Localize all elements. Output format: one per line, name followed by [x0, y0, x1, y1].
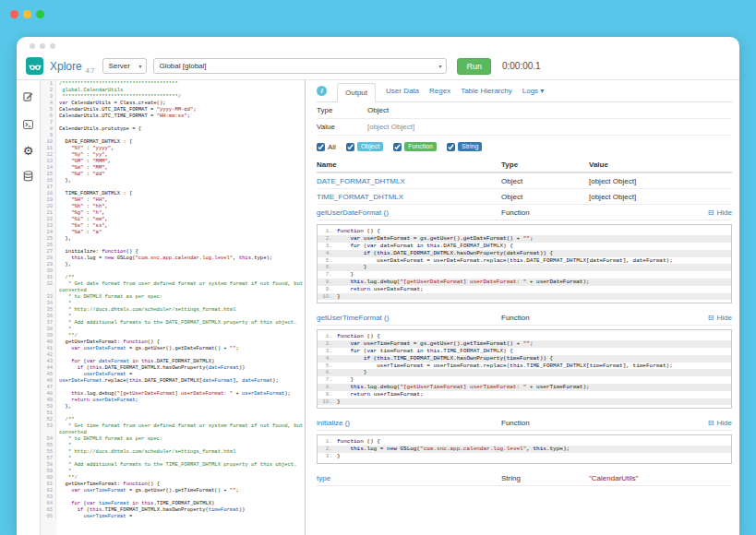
code-line[interactable]: 18 TIME_FORMAT_DHTMLX : {	[41, 190, 305, 196]
tab-user-data[interactable]: User Data	[386, 87, 419, 95]
result-name-link[interactable]: getUserTimeFormat ()	[317, 314, 389, 322]
code-line[interactable]: 64 for (var timeFormat in this.TIME_FORM…	[41, 500, 305, 506]
inner-minimize-button[interactable]	[40, 43, 45, 49]
filter-checkbox-all[interactable]	[317, 143, 325, 151]
info-icon[interactable]: i	[317, 86, 327, 96]
code-line[interactable]: 1/**************************************	[41, 80, 305, 87]
hide-toggle[interactable]: ⊟Hide	[708, 419, 732, 427]
code-line[interactable]: 32 * Get date format from user defined f…	[41, 280, 305, 293]
filter-string[interactable]: String	[447, 142, 482, 151]
inner-zoom-button[interactable]	[50, 43, 55, 49]
code-line[interactable]: 35 * http://docs.dhtmlx.com/scheduler/se…	[41, 306, 305, 313]
zoom-button[interactable]	[36, 10, 44, 18]
code-line[interactable]: 55 *	[41, 442, 305, 448]
code-line[interactable]: 17	[41, 184, 305, 190]
code-line[interactable]: 19 "%H" : "HH",	[41, 196, 305, 203]
code-line[interactable]: 37 * Add additional formats to the DATE_…	[41, 319, 305, 326]
code-line[interactable]: 51	[41, 410, 305, 416]
code-line[interactable]: 28 this.log = new GSLog("com.snc.app.cal…	[41, 255, 305, 261]
code-line[interactable]: 46userDateFormat.replace(this.DATE_FORMA…	[41, 377, 305, 384]
code-line[interactable]: 11 "%Y" : "yyyy",	[41, 145, 305, 151]
code-line[interactable]: 13 "%M" : "MMM",	[41, 158, 305, 164]
result-name-link[interactable]: TIME_FORMAT_DHTMLX	[317, 193, 403, 201]
code-line[interactable]: 8CalendarUtils.prototype = {	[41, 125, 305, 132]
database-icon[interactable]	[23, 170, 33, 184]
code-line[interactable]: 40 getUserDateFormat: function() {	[41, 339, 305, 345]
code-line[interactable]: 22 "%i" : "mm",	[41, 216, 305, 222]
code-line[interactable]: 49 return userDateFormat;	[41, 397, 305, 403]
code-line[interactable]: 25 },	[41, 235, 305, 242]
filter-all[interactable]: All	[317, 143, 336, 151]
code-line[interactable]: 16 },	[41, 177, 305, 184]
filter-object[interactable]: Object	[346, 142, 383, 151]
code-line[interactable]: 66 userTimeFormat =	[41, 513, 305, 519]
code-line[interactable]: 44 if (this.DATE_FORMAT_DHTMLX.hasOwnPro…	[41, 364, 305, 371]
code-line[interactable]: 34 *	[41, 300, 305, 306]
run-button[interactable]: Run	[457, 58, 491, 75]
code-line[interactable]: 9	[41, 132, 305, 138]
hide-toggle[interactable]: ⊟Hide	[708, 314, 732, 322]
code-line[interactable]: 10 DATE_FORMAT_DHTMLX : {	[41, 138, 305, 145]
code-line[interactable]: 62 var userTimeFormat = gs.getUser().get…	[41, 487, 305, 493]
minimize-button[interactable]	[23, 10, 31, 18]
code-line[interactable]: 43 for (var dateFormat in this.DATE_FORM…	[41, 358, 305, 364]
code-line[interactable]: 2 global.CalendarUtils	[41, 87, 305, 93]
script-icon[interactable]	[23, 89, 33, 104]
code-editor[interactable]: 1/**************************************…	[41, 80, 306, 535]
tab-logs[interactable]: Logs ▾	[522, 87, 545, 95]
inner-close-button[interactable]	[30, 43, 35, 49]
code-line[interactable]: 53 * Get time format from user defined f…	[41, 422, 305, 435]
result-name-link[interactable]: type	[317, 474, 330, 482]
filter-checkbox-string[interactable]	[447, 143, 455, 151]
code-line[interactable]: 38 *	[41, 326, 305, 332]
code-line[interactable]: 57 *	[41, 455, 305, 461]
filter-function[interactable]: Function	[393, 142, 437, 151]
code-line[interactable]: 50 },	[41, 403, 305, 410]
code-line[interactable]: 59 *	[41, 468, 305, 474]
code-line[interactable]: 48 this.log.debug("[getUserDateFormat] u…	[41, 390, 305, 397]
code-line[interactable]: 29 },	[41, 261, 305, 268]
scope-select[interactable]: Global [global] ▾	[153, 58, 447, 74]
code-line[interactable]: 56 * http://docs.dhtmlx.com/scheduler/se…	[41, 448, 305, 455]
code-line[interactable]: 15 "%d" : "dd"	[41, 171, 305, 177]
code-line[interactable]: 24 "%a" : "a"	[41, 229, 305, 235]
code-line[interactable]: 23 "%s" : "ss",	[41, 222, 305, 229]
code-line[interactable]: 54 * to DHTMLX format as per spec:	[41, 435, 305, 442]
result-name-link[interactable]: DATE_FORMAT_DHTMLX	[317, 177, 405, 185]
tab-table-hierarchy[interactable]: Table Hierarchy	[461, 87, 512, 95]
code-line[interactable]: 5CalendarUtils.UTC_DATE_FORMAT = "yyyy-M…	[41, 106, 305, 113]
terminal-icon[interactable]	[23, 117, 33, 132]
code-line[interactable]: 33 * to DHTMLX format as per spec:	[41, 293, 305, 300]
gear-icon[interactable]: ⚙	[23, 145, 34, 157]
code-line[interactable]: 21 "%g" : "h",	[41, 209, 305, 216]
tab-output[interactable]: Output	[337, 83, 376, 102]
code-line[interactable]: 31 /**	[41, 274, 305, 280]
code-line[interactable]: 42	[41, 351, 305, 358]
code-line[interactable]: 36 *	[41, 313, 305, 319]
code-line[interactable]: 65 if (this.TIME_FORMAT_DHTMLX.hasOwnPro…	[41, 506, 305, 513]
code-line[interactable]: 41 var userDateFormat = gs.getUser().get…	[41, 345, 305, 351]
hide-toggle[interactable]: ⊟Hide	[708, 208, 732, 217]
code-line[interactable]: 45 userDateFormat =	[41, 371, 305, 377]
code-line[interactable]: 30	[41, 268, 305, 274]
code-line[interactable]: 14 "%m" : "MM",	[41, 164, 305, 171]
code-line[interactable]: 12 "%y" : "yy",	[41, 151, 305, 158]
code-line[interactable]: 58 * Add additional formats to the TIME_…	[41, 461, 305, 468]
code-line[interactable]: 7	[41, 119, 305, 125]
code-line[interactable]: 61 getUserTimeFormat: function() {	[41, 481, 305, 487]
tab-regex[interactable]: Regex	[429, 87, 450, 95]
code-line[interactable]: 6CalendarUtils.UTC_TIME_FORMAT = "HH:mm:…	[41, 113, 305, 119]
code-line[interactable]: 39 **/	[41, 332, 305, 339]
filter-checkbox-function[interactable]	[393, 143, 402, 151]
code-line[interactable]: 47	[41, 384, 305, 390]
code-line[interactable]: 63	[41, 493, 305, 500]
code-line[interactable]: 20 "%h" : "hh",	[41, 203, 305, 209]
code-line[interactable]: 3 **************************************…	[41, 93, 305, 100]
result-name-link[interactable]: initialize ()	[317, 419, 350, 427]
code-line[interactable]: 52 /**	[41, 416, 305, 422]
result-name-link[interactable]: getUserDateFormat ()	[317, 208, 389, 217]
code-line[interactable]: 4var CalendarUtils = Class.create();	[41, 100, 305, 106]
code-line[interactable]: 27 initialize: function() {	[41, 248, 305, 255]
server-select[interactable]: Server ▾	[102, 58, 147, 74]
code-line[interactable]: 26	[41, 242, 305, 248]
